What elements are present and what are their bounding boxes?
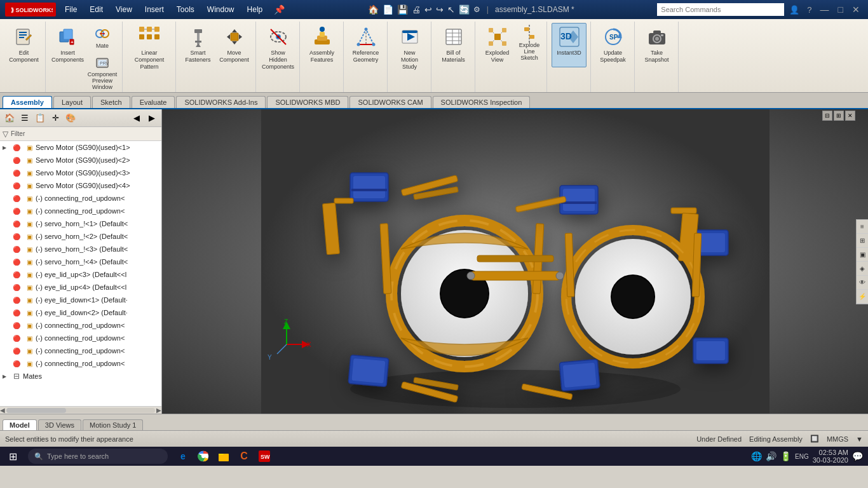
open-icon[interactable]: 📄 xyxy=(383,4,393,15)
taskbar-app-icon[interactable]: C xyxy=(235,447,253,465)
search-commands-input[interactable] xyxy=(657,3,784,16)
move-component-button[interactable]: MoveComponent xyxy=(217,23,252,67)
rebuild-icon[interactable]: 🔄 xyxy=(459,4,470,15)
tab-cam[interactable]: SOLIDWORKS CAM xyxy=(349,96,431,108)
tree-item-servohorn1[interactable]: 🔴 ▣ (-) servo_horn_!<1> (Default< xyxy=(0,217,161,230)
tab-assembly[interactable]: Assembly xyxy=(3,96,52,108)
tab-inspection[interactable]: SOLIDWORKS Inspection xyxy=(433,96,531,108)
tab-sketch[interactable]: Sketch xyxy=(92,96,130,108)
rmt-btn-2[interactable]: ⊞ xyxy=(857,234,868,248)
menu-file[interactable]: File xyxy=(61,4,81,15)
menu-view[interactable]: View xyxy=(112,4,136,15)
tree-item-servo4[interactable]: 🔴 ▣ Servo Motor (SG90)(used)<4> xyxy=(0,179,161,192)
user-icon[interactable]: 👤 xyxy=(787,5,802,15)
save-icon[interactable]: 💾 xyxy=(397,4,408,15)
assembly-features-button[interactable]: AssemblyFeatures xyxy=(304,23,339,67)
btab-3d-views[interactable]: 3D Views xyxy=(38,419,81,430)
menu-window[interactable]: Window xyxy=(203,4,238,15)
tree-item-servo2[interactable]: 🔴 ▣ Servo Motor (SG90)(used)<2> xyxy=(0,154,161,166)
tree-item-connrod6[interactable]: 🔴 ▣ (-) connecting_rod_updown< xyxy=(0,357,161,370)
hscroll-right-btn[interactable]: ▶ xyxy=(156,407,161,414)
tree-item-connrod3[interactable]: 🔴 ▣ (-) connecting_rod_updown< xyxy=(0,319,161,332)
taskbar-explorer-icon[interactable] xyxy=(215,447,233,465)
tab-mbd[interactable]: SOLIDWORKS MBD xyxy=(267,96,348,108)
pin-icon[interactable]: 📌 xyxy=(274,4,285,15)
reference-geometry-button[interactable]: ReferenceGeometry xyxy=(348,23,383,67)
edit-component-button[interactable]: EditComponent xyxy=(6,23,41,67)
mate-button[interactable]: Mate xyxy=(86,23,118,51)
tree-item-eyelidup3[interactable]: 🔴 ▣ (-) eye_lid_up<3> (Default<<l xyxy=(0,268,161,281)
linear-pattern-button[interactable]: Linear ComponentPattern xyxy=(127,23,172,72)
tree-item-servohorn4[interactable]: 🔴 ▣ (-) servo_horn_!<4> (Default< xyxy=(0,255,161,268)
print-icon[interactable]: 🖨 xyxy=(412,4,421,15)
insert-components-button[interactable]: + InsertComponents xyxy=(50,23,85,67)
panel-toggle-btn[interactable]: ⊟ xyxy=(822,111,832,121)
instant3d-button[interactable]: 3D Instant3D xyxy=(552,23,587,67)
rmt-btn-3[interactable]: ▣ xyxy=(857,248,868,262)
minimize-button[interactable]: — xyxy=(817,3,832,16)
taskbar-search[interactable]: 🔍 Type here to search xyxy=(28,449,168,464)
close-viewport-btn[interactable]: ✕ xyxy=(845,111,855,121)
help-icon[interactable]: ? xyxy=(804,5,814,15)
hscroll-left-btn[interactable]: ◀ xyxy=(0,407,5,414)
exploded-view-button[interactable]: ExplodedView xyxy=(480,23,515,67)
menu-edit[interactable]: Edit xyxy=(86,4,107,15)
panel-horizontal-scrollbar[interactable]: ◀ ▶ xyxy=(0,406,161,414)
explode-line-sketch-button[interactable]: ExplodeLineSketch xyxy=(516,23,543,64)
tree-item-servo1[interactable]: ▶ 🔴 ▣ Servo Motor (SG90)(used)<1> xyxy=(0,141,161,154)
tree-item-conn1[interactable]: 🔴 ▣ (-) connecting_rod_updown< xyxy=(0,192,161,205)
tree-item-connrod4[interactable]: 🔴 ▣ (-) connecting_rod_updown< xyxy=(0,332,161,344)
tree-item-connrod5[interactable]: 🔴 ▣ (-) connecting_rod_updown< xyxy=(0,344,161,357)
tab-layout[interactable]: Layout xyxy=(53,96,91,108)
tab-addins[interactable]: SOLIDWORKS Add-Ins xyxy=(176,96,266,108)
panel-properties-button[interactable]: 📋 xyxy=(33,111,47,125)
panel-expand-right[interactable]: ▶ xyxy=(145,111,159,125)
tray-battery-icon[interactable]: 🔋 xyxy=(780,451,791,461)
tray-volume-icon[interactable]: 🔊 xyxy=(766,451,776,461)
update-speedpak-button[interactable]: SP UpdateSpeedpak xyxy=(595,23,630,67)
show-hidden-button[interactable]: ShowHiddenComponents xyxy=(261,23,295,72)
select-icon[interactable]: ↖ xyxy=(447,4,455,15)
panel-display-button[interactable]: 🎨 xyxy=(64,111,78,125)
panel-home-button[interactable]: 🏠 xyxy=(3,111,17,125)
undo-icon[interactable]: ↩ xyxy=(424,4,432,15)
tray-datetime[interactable]: 02:53 AM 30-03-2020 xyxy=(813,449,848,464)
tree-item-servohorn3[interactable]: 🔴 ▣ (-) servo_horn_!<3> (Default< xyxy=(0,243,161,255)
menu-tools[interactable]: Tools xyxy=(173,4,198,15)
maximize-viewport-btn[interactable]: ⊞ xyxy=(834,111,844,121)
tree-item-servo3[interactable]: 🔴 ▣ Servo Motor (SG90)(used)<3> xyxy=(0,166,161,179)
taskbar-edge-icon[interactable]: e xyxy=(174,447,192,465)
component-preview-button[interactable]: PRV ComponentPreviewWindow xyxy=(86,52,118,92)
close-button[interactable]: ✕ xyxy=(849,3,863,16)
viewport[interactable]: 🔍 🔎 ◁ ✂ ⬡ ◈ 👁 🎨 🌐 ⚙ xyxy=(162,109,868,414)
rmt-btn-4[interactable]: ◈ xyxy=(857,262,868,276)
new-icon[interactable]: 🏠 xyxy=(368,4,379,15)
menu-insert[interactable]: Insert xyxy=(141,4,168,15)
panel-config-button[interactable]: ✛ xyxy=(48,111,62,125)
taskbar-solidworks-icon[interactable]: SW xyxy=(255,447,273,465)
panel-collapse-left[interactable]: ◀ xyxy=(130,111,144,125)
tray-action-center-icon[interactable]: 💬 xyxy=(852,451,863,461)
start-button[interactable]: ⊞ xyxy=(0,447,25,466)
tree-item-eyeliddown1[interactable]: 🔴 ▣ (-) eye_lid_down<1> (Default· xyxy=(0,294,161,306)
hscroll-thumb[interactable] xyxy=(6,408,66,413)
maximize-button[interactable]: □ xyxy=(835,3,846,16)
tree-item-servohorn2[interactable]: 🔴 ▣ (-) servo_horn_!<2> (Default< xyxy=(0,230,161,243)
btab-model[interactable]: Model xyxy=(3,419,37,430)
bill-of-materials-button[interactable]: Bill ofMaterials xyxy=(436,23,471,67)
taskbar-chrome-icon[interactable] xyxy=(194,447,212,465)
tree-item-eyelidup4[interactable]: 🔴 ▣ (-) eye_lid_up<4> (Default<<l xyxy=(0,281,161,294)
redo-icon[interactable]: ↪ xyxy=(436,4,444,15)
tray-network-icon[interactable]: 🌐 xyxy=(751,451,762,461)
btab-motion-study[interactable]: Motion Study 1 xyxy=(83,419,143,430)
rmt-btn-1[interactable]: ≡ xyxy=(857,220,868,234)
rmt-btn-6[interactable]: ⚡ xyxy=(857,290,868,304)
rmt-btn-5[interactable]: 👁 xyxy=(857,276,868,290)
new-motion-study-button[interactable]: New MotionStudy xyxy=(392,23,427,72)
tab-evaluate[interactable]: Evaluate xyxy=(132,96,175,108)
menu-help[interactable]: Help xyxy=(243,4,267,15)
tree-item-conn2[interactable]: 🔴 ▣ (-) connecting_rod_updown< xyxy=(0,205,161,217)
tree-item-mates[interactable]: ▶ ⊟ Mates xyxy=(0,370,161,383)
panel-list-button[interactable]: ☰ xyxy=(18,111,32,125)
options-icon[interactable]: ⚙ xyxy=(473,5,480,14)
